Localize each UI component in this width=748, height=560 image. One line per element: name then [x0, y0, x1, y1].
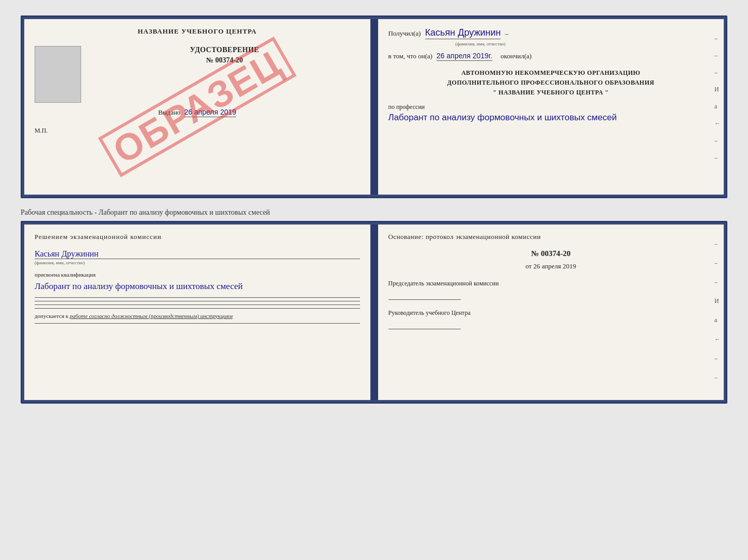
predsedatel-sig-line [388, 291, 461, 300]
vydano-date: 26 апреля 2019 [184, 108, 237, 117]
dopusk-block: допускается к работе согласно должностны… [35, 313, 360, 319]
po-professii-label: по профессии [388, 103, 714, 111]
bottom-name-sub: (фамилия, имя, отчество) [35, 260, 360, 265]
middle-specialty-text: Рабочая специальность - Лаборант по анал… [21, 204, 727, 221]
ot-date: 26 апреля 2019 [533, 262, 576, 270]
rukovoditel-block: Руководитель учебного Центра [388, 308, 714, 329]
predsedatel-block: Председатель экзаменационной комиссии [388, 279, 714, 300]
dopusk-label: допускается к [35, 313, 68, 319]
sig-line-4 [35, 308, 360, 309]
okonchil-label: окончил(а) [501, 52, 532, 60]
osnovanie-title: Основание: протокол экзаменационной коми… [388, 233, 714, 241]
ot-label: от [525, 262, 532, 270]
bottom-certificate-book: Решением экзаменационной комиссии Касьян… [21, 221, 727, 404]
bottom-name: Касьян Дружинин [35, 249, 360, 259]
vtom-label: в том, что он(а) [388, 52, 433, 60]
cert-photo-area [35, 46, 81, 103]
cert-udost-label: УДОСТОВЕРЕНИЕ [89, 46, 360, 54]
sig-line-3 [35, 305, 360, 305]
org-line3: " НАЗВАНИЕ УЧЕБНОГО ЦЕНТРА " [388, 88, 714, 98]
prisvoena-label: присвоена квалификация [35, 271, 360, 278]
cert-school-title: НАЗВАНИЕ УЧЕБНОГО ЦЕНТРА [35, 27, 360, 36]
bottom-left-page: Решением экзаменационной комиссии Касьян… [24, 225, 372, 400]
org-line1: АВТОНОМНУЮ НЕКОММЕРЧЕСКУЮ ОРГАНИЗАЦИЮ [388, 68, 714, 78]
org-line2: ДОПОЛНИТЕЛЬНОГО ПРОФЕССИОНАЛЬНОГО ОБРАЗО… [388, 78, 714, 88]
dash-separator: – [505, 29, 508, 38]
cert-vydano: Выдано 26 апреля 2019 [35, 108, 360, 117]
bottom-book-spine [372, 225, 378, 400]
qualification-text: Лаборант по анализу формовочных и шихтов… [35, 280, 360, 293]
po-professii-block: по профессии Лаборант по анализу формово… [388, 103, 714, 124]
poluchil-name: Касьян Дружинин [425, 27, 501, 39]
book-spine [372, 19, 378, 195]
poluchil-line: Получил(а) Касьян Дружинин – [388, 27, 714, 39]
vtom-line: в том, что он(а) 26 апреля 2019г. окончи… [388, 52, 714, 61]
org-block: АВТОНОМНУЮ НЕКОММЕРЧЕСКУЮ ОРГАНИЗАЦИЮ ДО… [388, 68, 714, 98]
sig-line-1 [35, 297, 360, 298]
cert-left-page: НАЗВАНИЕ УЧЕБНОГО ЦЕНТРА УДОСТОВЕРЕНИЕ №… [24, 19, 372, 195]
poluchil-sub: (фамилия, имя, отчество) [456, 41, 714, 46]
protocol-number: № 00374-20 [388, 249, 714, 258]
right-dashes-bottom: – – – И а ← – – [714, 240, 721, 381]
rukovoditel-sig-line [388, 320, 461, 329]
vydano-label: Выдано [158, 108, 180, 116]
vtom-date: 26 апреля 2019г. [437, 52, 492, 61]
cert-right-page: Получил(а) Касьян Дружинин – (фамилия, и… [378, 19, 724, 195]
resheniem-title: Решением экзаменационной комиссии [35, 233, 360, 241]
profession-text: Лаборант по анализу формовочных и шихтов… [388, 111, 714, 124]
rukovoditel-label: Руководитель учебного Центра [388, 308, 714, 318]
top-certificate-book: НАЗВАНИЕ УЧЕБНОГО ЦЕНТРА УДОСТОВЕРЕНИЕ №… [21, 15, 727, 198]
cert-mp: М.П. [35, 127, 360, 135]
dopusk-text: работе согласно должностным (производств… [70, 313, 232, 319]
poluchil-label: Получил(а) [388, 29, 421, 38]
sig-line-2 [35, 301, 360, 301]
predsedatel-label: Председатель экзаменационной комиссии [388, 279, 714, 289]
bottom-right-page: Основание: протокол экзаменационной коми… [378, 225, 724, 400]
right-dashes: – – – И а ← – – [714, 35, 721, 162]
protocol-date: от 26 апреля 2019 [388, 262, 714, 270]
cert-number: № 00374-20 [89, 56, 360, 65]
page-wrapper: НАЗВАНИЕ УЧЕБНОГО ЦЕНТРА УДОСТОВЕРЕНИЕ №… [10, 10, 738, 409]
sig-line-5 [35, 323, 360, 324]
